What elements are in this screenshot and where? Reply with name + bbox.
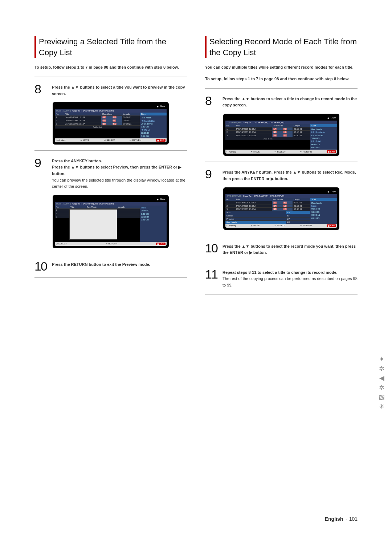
side-panel: Start Rec. Mode [ R ] Available: LP 06:5…: [140, 113, 167, 138]
col-length: Length: [117, 206, 140, 209]
cell: JAN/18/2005 12:15A: [64, 116, 101, 119]
recmode-label: Rec. Mode: [311, 128, 336, 131]
src-disc: DVD-RAM(VR): [227, 195, 241, 197]
dst-disc2: DVD-RAM(VR): [270, 195, 284, 197]
return-hint: ↶ RETURN: [300, 224, 312, 227]
total-time: 00:00:16: [141, 215, 166, 218]
copy-screen-1: ◆Copy DVD-RAM(VR) Copy To : DVD-RAM(VR) …: [53, 102, 169, 145]
cell: 3: [225, 207, 235, 211]
cell: JAN/20/2005 15:15A: [235, 134, 272, 137]
table-row: 2JAN/19/2005 13:15ASPLS00:15:21: [55, 119, 140, 122]
col-length: Length: [122, 113, 140, 116]
gear-icon: ✲: [379, 384, 384, 391]
avail-line: LP 06:59:43: [311, 134, 336, 137]
step-text: Press the ▲▼ buttons to select a title t…: [222, 95, 358, 109]
anykey-pill: ⬭ Anykey: [56, 139, 66, 142]
step-number: 8: [205, 95, 220, 106]
title-accent-bar: [205, 36, 207, 58]
total-time: 00:00:16: [311, 214, 336, 216]
copy-screen-recmode: ◆Copy DVD-RAM(VR) Copy To : DVD-RAM(VR) …: [223, 187, 339, 230]
menu-recmode: Rec. Mode: [225, 220, 286, 224]
mode-badge: HS: [113, 123, 117, 125]
step-text: Press the ▲▼ buttons to select the recor…: [222, 243, 358, 256]
cell: LP: [272, 127, 282, 130]
title-accent-bar: [34, 36, 36, 58]
cell: HS: [282, 134, 293, 137]
left-step-9: 9 Press the ANYKEY button. Press the ▲▼ …: [34, 157, 187, 190]
square-icon: ▧: [379, 394, 385, 400]
left-column: Previewing a Selected Title from the Cop…: [34, 36, 187, 301]
cell: 00:30:21: [122, 122, 140, 126]
separator: [34, 150, 187, 151]
copy-to-label: Copy To :: [243, 195, 252, 197]
cell: 1: [55, 116, 64, 119]
add-list-label: Add a list: [55, 126, 140, 129]
table-row: 2JAN/19/2005 13:15ASPLS00:15:21: [225, 130, 310, 134]
available-label: liable: [311, 204, 336, 207]
table-row: 1JAN/18/2005 12:15ALPHQ00:10:21: [225, 127, 310, 130]
table-header-row: No.TitleRec.ModeLength: [55, 113, 140, 116]
table-row: 1JAN/18/2005 12:15AXPHQ00:10:21: [225, 201, 310, 204]
list-area: No.TitleRec.ModeLength 1JAN/18/2005 12:1…: [225, 198, 337, 224]
list-area: No.TitleRec.ModeLength 1JAN 2JAN 3JAN li…: [55, 206, 167, 242]
diamond-icon: ◆: [327, 117, 329, 119]
copy-label: Copy: [160, 198, 165, 200]
avail-gb: 3.80 GB: [311, 137, 336, 140]
dst-disc: DVD-RAM(VR): [254, 195, 268, 197]
total-time: 00:00:16: [141, 131, 166, 134]
menu-add: Add: [225, 211, 286, 214]
nav-bar: ⏎ SELECT ↶ RETURN ◼ EXIT: [55, 242, 167, 246]
cell: 3: [55, 122, 64, 126]
cell: 00:30:21: [293, 134, 310, 137]
cell: JAN/18/2005 12:15A: [235, 201, 272, 204]
col-length: Length: [293, 124, 310, 127]
start-button: Start: [140, 113, 167, 115]
table-row: 3JAN/20/2005 15:15ASPHS00:30:21: [225, 207, 310, 211]
copy-header: DVD-RAM(VR) Copy To : DVD-RAM(VR) DVD-RA…: [225, 121, 337, 124]
available-label: liable: [141, 206, 166, 209]
diamond-icon: ◆: [327, 190, 329, 193]
snowflake-icon: ✳: [379, 403, 384, 410]
cell: HQ: [111, 116, 122, 119]
mode-xp: XP: [286, 211, 310, 214]
cell: 00:15:21: [293, 204, 310, 207]
cell: JAN/20/2005 15:15A: [64, 122, 101, 126]
return-hint: ↶ RETURN: [130, 139, 141, 142]
step-number: 10: [34, 261, 49, 272]
col-mode: Rec.Mode: [101, 113, 122, 116]
recmode-label: Rec. Mode: [141, 116, 166, 119]
select-hint: ⏎ SELECT: [274, 150, 285, 153]
copy-screen-preview: ◆Copy DVD-RAM(VR) Copy To : DVD-RAM(VR) …: [53, 195, 169, 248]
step-number: 8: [34, 84, 49, 95]
table-header-row: No.TitleRec.ModeLength: [225, 198, 310, 201]
dst-disc2: DVD-RAM(VR): [270, 121, 284, 123]
nav-bar: ⬭ Anykey ✦ MOVE ⏎ SELECT ↶ RETURN ◼ EXIT: [55, 138, 167, 142]
cell: 2: [55, 119, 64, 122]
col-no: No.: [55, 206, 69, 209]
cell: SP: [272, 204, 282, 207]
table-row: 2JAN/19/2005 13:15ASPLS00:15:21: [225, 204, 310, 207]
select-hint: ⏎ SELECT: [274, 224, 285, 227]
avail-time: 06:59:43: [141, 209, 166, 212]
right-step-11: 11 Repeat steps 8-11 to select a title t…: [205, 269, 358, 289]
step-text: Press the ANYKEY button. Press the ▲▼ bu…: [222, 169, 358, 182]
total-label: [ P ] Total:: [141, 129, 166, 131]
cell: JAN/19/2005 13:15A: [235, 130, 272, 134]
title-table: No.TitleRec.ModeLength 1JAN/18/2005 12:1…: [225, 198, 310, 211]
play-left-icon: ◀: [379, 375, 384, 381]
cell: JAN/18/2005 12:15A: [235, 127, 272, 130]
col-no: No.: [55, 113, 64, 116]
footer-page-number: 101: [349, 516, 358, 522]
cell: JAN/20/2005 15:15A: [235, 207, 272, 211]
cell: LS: [111, 119, 122, 122]
mode-badge: SP: [102, 123, 106, 125]
cell: 1: [225, 201, 235, 204]
nav-bar: ⬭ Anykey ✦ MOVE ⏎ SELECT ↶ RETURN ◼ EXIT: [225, 224, 337, 228]
move-hint: ✦ MOVE: [80, 139, 89, 142]
right-step-10: 10 Press the ▲▼ buttons to select the re…: [205, 243, 358, 256]
copy-label: Copy: [331, 117, 336, 119]
dst-disc: DVD-RAM(VR): [83, 203, 98, 205]
cell: 00:15:21: [293, 130, 310, 134]
menu-item: Rec. ModeEP: [225, 220, 310, 224]
left-lead: To setup, follow steps 1 to 7 in page 98…: [34, 64, 187, 71]
